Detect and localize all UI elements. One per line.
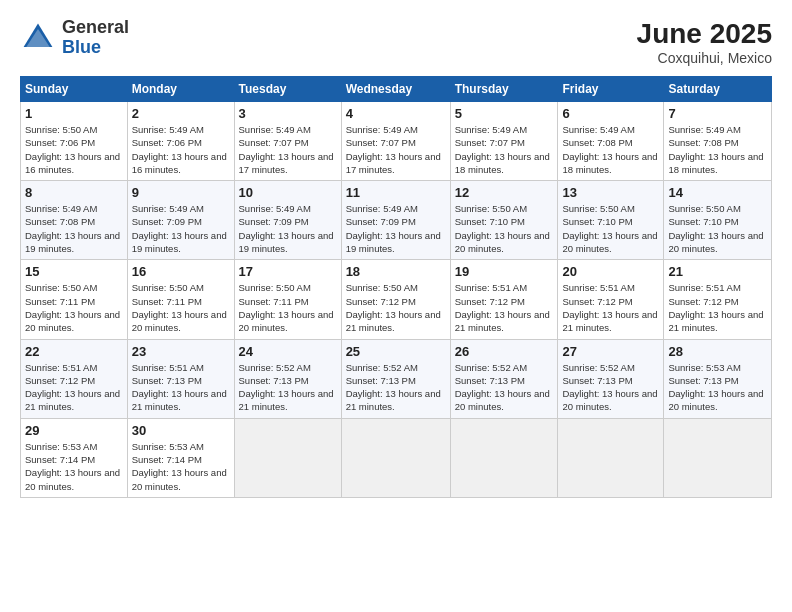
day-number: 27 (562, 344, 659, 359)
location: Coxquihui, Mexico (637, 50, 772, 66)
day-cell: 21 Sunrise: 5:51 AMSunset: 7:12 PMDaylig… (664, 260, 772, 339)
day-info: Sunrise: 5:50 AMSunset: 7:11 PMDaylight:… (25, 281, 123, 334)
day-info: Sunrise: 5:52 AMSunset: 7:13 PMDaylight:… (455, 361, 554, 414)
day-cell: 23 Sunrise: 5:51 AMSunset: 7:13 PMDaylig… (127, 339, 234, 418)
day-number: 19 (455, 264, 554, 279)
day-cell: 30 Sunrise: 5:53 AMSunset: 7:14 PMDaylig… (127, 418, 234, 497)
day-number: 10 (239, 185, 337, 200)
day-info: Sunrise: 5:52 AMSunset: 7:13 PMDaylight:… (239, 361, 337, 414)
day-cell: 17 Sunrise: 5:50 AMSunset: 7:11 PMDaylig… (234, 260, 341, 339)
logo-icon (20, 20, 56, 56)
logo-text: General Blue (62, 18, 129, 58)
day-number: 14 (668, 185, 767, 200)
day-number: 5 (455, 106, 554, 121)
day-cell: 16 Sunrise: 5:50 AMSunset: 7:11 PMDaylig… (127, 260, 234, 339)
day-cell: 11 Sunrise: 5:49 AMSunset: 7:09 PMDaylig… (341, 181, 450, 260)
day-number: 4 (346, 106, 446, 121)
logo: General Blue (20, 18, 129, 58)
calendar: SundayMondayTuesdayWednesdayThursdayFrid… (20, 76, 772, 498)
day-number: 2 (132, 106, 230, 121)
day-cell: 2 Sunrise: 5:49 AMSunset: 7:06 PMDayligh… (127, 102, 234, 181)
day-number: 24 (239, 344, 337, 359)
day-cell: 26 Sunrise: 5:52 AMSunset: 7:13 PMDaylig… (450, 339, 558, 418)
day-info: Sunrise: 5:51 AMSunset: 7:12 PMDaylight:… (668, 281, 767, 334)
day-number: 21 (668, 264, 767, 279)
logo-general: General (62, 17, 129, 37)
day-cell (341, 418, 450, 497)
day-cell: 25 Sunrise: 5:52 AMSunset: 7:13 PMDaylig… (341, 339, 450, 418)
day-info: Sunrise: 5:51 AMSunset: 7:12 PMDaylight:… (455, 281, 554, 334)
day-info: Sunrise: 5:50 AMSunset: 7:10 PMDaylight:… (668, 202, 767, 255)
day-number: 17 (239, 264, 337, 279)
day-info: Sunrise: 5:49 AMSunset: 7:07 PMDaylight:… (455, 123, 554, 176)
day-info: Sunrise: 5:52 AMSunset: 7:13 PMDaylight:… (562, 361, 659, 414)
day-number: 29 (25, 423, 123, 438)
day-number: 11 (346, 185, 446, 200)
day-number: 26 (455, 344, 554, 359)
day-info: Sunrise: 5:51 AMSunset: 7:12 PMDaylight:… (562, 281, 659, 334)
day-info: Sunrise: 5:49 AMSunset: 7:07 PMDaylight:… (239, 123, 337, 176)
day-number: 30 (132, 423, 230, 438)
day-cell: 8 Sunrise: 5:49 AMSunset: 7:08 PMDayligh… (21, 181, 128, 260)
title-block: June 2025 Coxquihui, Mexico (637, 18, 772, 66)
day-cell: 10 Sunrise: 5:49 AMSunset: 7:09 PMDaylig… (234, 181, 341, 260)
day-info: Sunrise: 5:50 AMSunset: 7:10 PMDaylight:… (455, 202, 554, 255)
day-info: Sunrise: 5:49 AMSunset: 7:07 PMDaylight:… (346, 123, 446, 176)
day-cell: 4 Sunrise: 5:49 AMSunset: 7:07 PMDayligh… (341, 102, 450, 181)
day-cell: 13 Sunrise: 5:50 AMSunset: 7:10 PMDaylig… (558, 181, 664, 260)
day-cell: 27 Sunrise: 5:52 AMSunset: 7:13 PMDaylig… (558, 339, 664, 418)
day-cell: 14 Sunrise: 5:50 AMSunset: 7:10 PMDaylig… (664, 181, 772, 260)
week-row-2: 8 Sunrise: 5:49 AMSunset: 7:08 PMDayligh… (21, 181, 772, 260)
page: General Blue June 2025 Coxquihui, Mexico… (0, 0, 792, 612)
day-cell: 6 Sunrise: 5:49 AMSunset: 7:08 PMDayligh… (558, 102, 664, 181)
day-number: 25 (346, 344, 446, 359)
day-info: Sunrise: 5:49 AMSunset: 7:08 PMDaylight:… (25, 202, 123, 255)
day-cell: 1 Sunrise: 5:50 AMSunset: 7:06 PMDayligh… (21, 102, 128, 181)
day-cell: 20 Sunrise: 5:51 AMSunset: 7:12 PMDaylig… (558, 260, 664, 339)
day-info: Sunrise: 5:49 AMSunset: 7:09 PMDaylight:… (132, 202, 230, 255)
day-info: Sunrise: 5:50 AMSunset: 7:12 PMDaylight:… (346, 281, 446, 334)
day-info: Sunrise: 5:53 AMSunset: 7:14 PMDaylight:… (132, 440, 230, 493)
day-cell: 7 Sunrise: 5:49 AMSunset: 7:08 PMDayligh… (664, 102, 772, 181)
week-row-4: 22 Sunrise: 5:51 AMSunset: 7:12 PMDaylig… (21, 339, 772, 418)
day-info: Sunrise: 5:53 AMSunset: 7:14 PMDaylight:… (25, 440, 123, 493)
day-number: 18 (346, 264, 446, 279)
day-info: Sunrise: 5:51 AMSunset: 7:13 PMDaylight:… (132, 361, 230, 414)
day-number: 7 (668, 106, 767, 121)
day-cell: 12 Sunrise: 5:50 AMSunset: 7:10 PMDaylig… (450, 181, 558, 260)
day-number: 28 (668, 344, 767, 359)
day-cell: 9 Sunrise: 5:49 AMSunset: 7:09 PMDayligh… (127, 181, 234, 260)
day-cell: 18 Sunrise: 5:50 AMSunset: 7:12 PMDaylig… (341, 260, 450, 339)
weekday-header-saturday: Saturday (664, 77, 772, 102)
day-cell (450, 418, 558, 497)
day-cell (664, 418, 772, 497)
header: General Blue June 2025 Coxquihui, Mexico (20, 18, 772, 66)
day-number: 22 (25, 344, 123, 359)
day-number: 20 (562, 264, 659, 279)
day-info: Sunrise: 5:50 AMSunset: 7:10 PMDaylight:… (562, 202, 659, 255)
day-number: 12 (455, 185, 554, 200)
day-cell: 3 Sunrise: 5:49 AMSunset: 7:07 PMDayligh… (234, 102, 341, 181)
day-cell (558, 418, 664, 497)
logo-blue: Blue (62, 37, 101, 57)
week-row-3: 15 Sunrise: 5:50 AMSunset: 7:11 PMDaylig… (21, 260, 772, 339)
day-number: 23 (132, 344, 230, 359)
week-row-1: 1 Sunrise: 5:50 AMSunset: 7:06 PMDayligh… (21, 102, 772, 181)
day-info: Sunrise: 5:51 AMSunset: 7:12 PMDaylight:… (25, 361, 123, 414)
day-info: Sunrise: 5:50 AMSunset: 7:11 PMDaylight:… (132, 281, 230, 334)
day-info: Sunrise: 5:50 AMSunset: 7:11 PMDaylight:… (239, 281, 337, 334)
day-cell: 29 Sunrise: 5:53 AMSunset: 7:14 PMDaylig… (21, 418, 128, 497)
weekday-header-wednesday: Wednesday (341, 77, 450, 102)
day-number: 1 (25, 106, 123, 121)
weekday-header-tuesday: Tuesday (234, 77, 341, 102)
day-number: 3 (239, 106, 337, 121)
day-cell: 28 Sunrise: 5:53 AMSunset: 7:13 PMDaylig… (664, 339, 772, 418)
day-cell: 24 Sunrise: 5:52 AMSunset: 7:13 PMDaylig… (234, 339, 341, 418)
weekday-header-monday: Monday (127, 77, 234, 102)
day-number: 9 (132, 185, 230, 200)
day-info: Sunrise: 5:52 AMSunset: 7:13 PMDaylight:… (346, 361, 446, 414)
day-info: Sunrise: 5:49 AMSunset: 7:08 PMDaylight:… (668, 123, 767, 176)
day-cell: 19 Sunrise: 5:51 AMSunset: 7:12 PMDaylig… (450, 260, 558, 339)
weekday-header-sunday: Sunday (21, 77, 128, 102)
day-cell (234, 418, 341, 497)
